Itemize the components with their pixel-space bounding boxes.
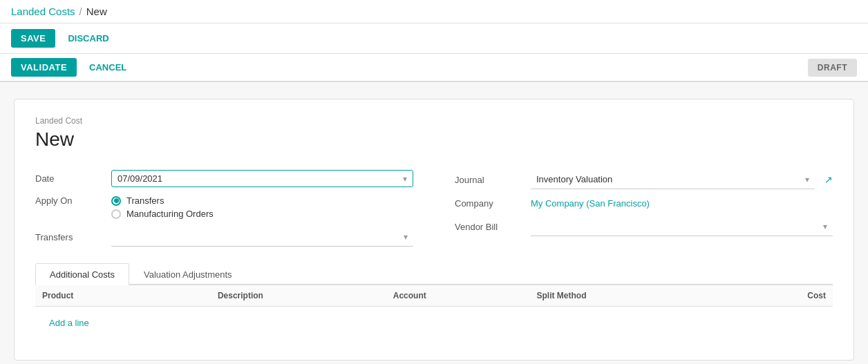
radio-manufacturing-row: Manufacturing Orders bbox=[35, 209, 413, 219]
field-column-right: Journal Inventory Valuation ▾ ↗ Company … bbox=[455, 170, 833, 247]
table-body: Add a line bbox=[35, 307, 833, 340]
add-line-button[interactable]: Add a line bbox=[42, 312, 96, 334]
apply-on-label: Apply On bbox=[35, 195, 111, 206]
vendor-bill-field-row: Vendor Bill ▾ bbox=[455, 217, 833, 236]
tab-valuation-adjustments[interactable]: Valuation Adjustments bbox=[129, 263, 247, 285]
journal-label: Journal bbox=[455, 175, 531, 185]
journal-input-wrapper: Inventory Valuation ▾ ↗ bbox=[531, 170, 833, 189]
form-card: Landed Cost New Date ▾ Apply On bbox=[14, 99, 854, 361]
journal-value: Inventory Valuation bbox=[536, 174, 612, 184]
date-input-container[interactable]: ▾ bbox=[111, 170, 413, 187]
company-label: Company bbox=[455, 198, 531, 209]
radio-transfers-label: Transfers bbox=[126, 195, 164, 206]
validate-button[interactable]: VALIDATE bbox=[11, 58, 77, 77]
journal-field-row: Journal Inventory Valuation ▾ ↗ bbox=[455, 170, 833, 189]
date-label: Date bbox=[35, 173, 111, 184]
date-dropdown-arrow[interactable]: ▾ bbox=[403, 174, 407, 184]
vendor-bill-dropdown-arrow[interactable]: ▾ bbox=[823, 222, 827, 231]
transfers-input-wrapper: ▾ bbox=[111, 227, 413, 247]
discard-button[interactable]: DISCARD bbox=[61, 29, 115, 48]
field-column-left: Date ▾ Apply On Transfers bbox=[35, 170, 413, 247]
col-header-account: Account bbox=[386, 285, 530, 307]
company-field-row: Company My Company (San Francisco) bbox=[455, 198, 833, 209]
radio-manufacturing[interactable]: Manufacturing Orders bbox=[111, 209, 413, 219]
vendor-bill-label: Vendor Bill bbox=[455, 222, 531, 232]
breadcrumb-bar: Landed Costs / New bbox=[0, 0, 868, 23]
additional-costs-table: Product Description Account Split Method… bbox=[35, 285, 833, 339]
transfers-label: Transfers bbox=[35, 232, 111, 242]
transfers-input[interactable]: ▾ bbox=[111, 227, 413, 247]
add-line-cell: Add a line bbox=[35, 307, 833, 340]
transfers-field-row: Transfers ▾ bbox=[35, 227, 413, 247]
date-field-row: Date ▾ bbox=[35, 170, 413, 187]
form-container: Landed Cost New Date ▾ Apply On bbox=[0, 82, 868, 364]
field-grid: Date ▾ Apply On Transfers bbox=[35, 170, 833, 247]
journal-input[interactable]: Inventory Valuation ▾ bbox=[531, 170, 815, 189]
radio-manufacturing-circle[interactable] bbox=[111, 209, 121, 219]
company-value[interactable]: My Company (San Francisco) bbox=[531, 198, 650, 209]
radio-manufacturing-label: Manufacturing Orders bbox=[126, 209, 214, 219]
col-header-cost: Cost bbox=[737, 285, 833, 307]
tab-additional-costs[interactable]: Additional Costs bbox=[35, 263, 129, 285]
draft-status-button[interactable]: DRAFT bbox=[808, 59, 857, 77]
col-header-product: Product bbox=[35, 285, 211, 307]
radio-transfers[interactable]: Transfers bbox=[111, 195, 413, 206]
form-section-label: Landed Cost bbox=[35, 116, 833, 126]
tabs-bar: Additional Costs Valuation Adjustments bbox=[35, 263, 833, 285]
breadcrumb-parent[interactable]: Landed Costs bbox=[11, 6, 75, 17]
transfers-dropdown-arrow[interactable]: ▾ bbox=[404, 232, 408, 242]
vendor-bill-input-wrapper: ▾ bbox=[531, 217, 833, 236]
journal-dropdown-arrow[interactable]: ▾ bbox=[805, 175, 809, 184]
apply-on-field-row: Apply On Transfers bbox=[35, 195, 413, 206]
company-value-wrapper: My Company (San Francisco) bbox=[531, 198, 833, 209]
date-input-wrapper: ▾ bbox=[111, 170, 413, 187]
date-input[interactable] bbox=[117, 173, 403, 184]
breadcrumb-separator: / bbox=[79, 6, 82, 17]
col-header-description: Description bbox=[211, 285, 386, 307]
toolbar-save-discard: SAVE DISCARD bbox=[0, 23, 868, 54]
apply-on-options: Transfers bbox=[111, 195, 413, 206]
radio-transfers-circle[interactable] bbox=[111, 196, 121, 206]
save-button[interactable]: SAVE bbox=[11, 29, 55, 48]
vendor-bill-input[interactable]: ▾ bbox=[531, 217, 833, 236]
journal-external-link-icon[interactable]: ↗ bbox=[824, 174, 833, 185]
table-header-row: Product Description Account Split Method… bbox=[35, 285, 833, 307]
table-add-row: Add a line bbox=[35, 307, 833, 340]
table-area: Product Description Account Split Method… bbox=[35, 285, 833, 339]
toolbar-validate-cancel: VALIDATE CANCEL DRAFT bbox=[0, 54, 868, 82]
breadcrumb-current: New bbox=[86, 6, 107, 17]
cancel-button[interactable]: CANCEL bbox=[82, 58, 133, 77]
form-title: New bbox=[35, 128, 833, 151]
col-header-split-method: Split Method bbox=[529, 285, 737, 307]
